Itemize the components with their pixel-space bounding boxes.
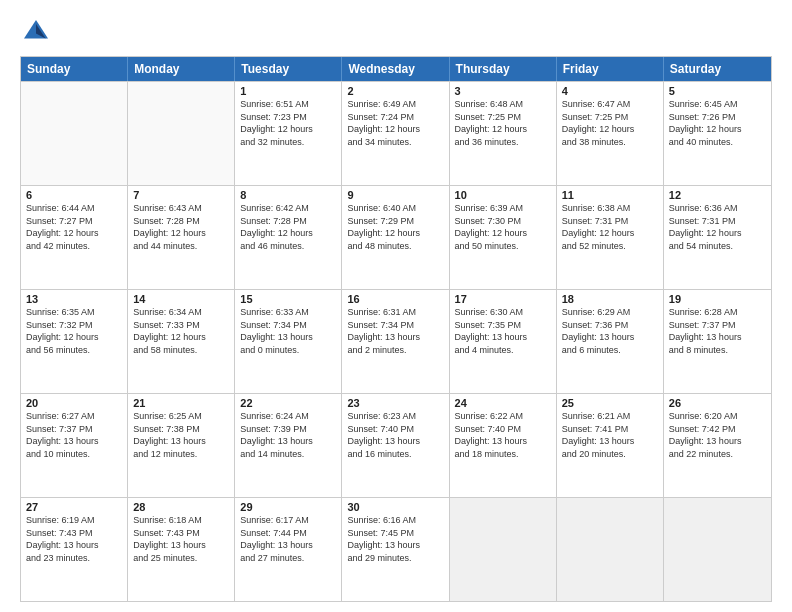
logo	[20, 16, 56, 48]
cell-info: Sunrise: 6:38 AM Sunset: 7:31 PM Dayligh…	[562, 202, 658, 252]
cal-cell: 23Sunrise: 6:23 AM Sunset: 7:40 PM Dayli…	[342, 394, 449, 497]
cal-cell	[21, 82, 128, 185]
cell-info: Sunrise: 6:22 AM Sunset: 7:40 PM Dayligh…	[455, 410, 551, 460]
calendar-header-row: SundayMondayTuesdayWednesdayThursdayFrid…	[21, 57, 771, 81]
cell-info: Sunrise: 6:18 AM Sunset: 7:43 PM Dayligh…	[133, 514, 229, 564]
cal-header-saturday: Saturday	[664, 57, 771, 81]
cal-cell: 26Sunrise: 6:20 AM Sunset: 7:42 PM Dayli…	[664, 394, 771, 497]
cell-info: Sunrise: 6:40 AM Sunset: 7:29 PM Dayligh…	[347, 202, 443, 252]
cell-info: Sunrise: 6:16 AM Sunset: 7:45 PM Dayligh…	[347, 514, 443, 564]
day-number: 29	[240, 501, 336, 513]
day-number: 11	[562, 189, 658, 201]
day-number: 8	[240, 189, 336, 201]
cal-week-0: 1Sunrise: 6:51 AM Sunset: 7:23 PM Daylig…	[21, 81, 771, 185]
cal-cell: 15Sunrise: 6:33 AM Sunset: 7:34 PM Dayli…	[235, 290, 342, 393]
cell-info: Sunrise: 6:43 AM Sunset: 7:28 PM Dayligh…	[133, 202, 229, 252]
day-number: 15	[240, 293, 336, 305]
day-number: 7	[133, 189, 229, 201]
day-number: 30	[347, 501, 443, 513]
cal-header-monday: Monday	[128, 57, 235, 81]
calendar-body: 1Sunrise: 6:51 AM Sunset: 7:23 PM Daylig…	[21, 81, 771, 601]
cell-info: Sunrise: 6:20 AM Sunset: 7:42 PM Dayligh…	[669, 410, 766, 460]
cell-info: Sunrise: 6:35 AM Sunset: 7:32 PM Dayligh…	[26, 306, 122, 356]
cal-cell: 28Sunrise: 6:18 AM Sunset: 7:43 PM Dayli…	[128, 498, 235, 601]
day-number: 22	[240, 397, 336, 409]
cell-info: Sunrise: 6:21 AM Sunset: 7:41 PM Dayligh…	[562, 410, 658, 460]
cell-info: Sunrise: 6:47 AM Sunset: 7:25 PM Dayligh…	[562, 98, 658, 148]
cal-week-4: 27Sunrise: 6:19 AM Sunset: 7:43 PM Dayli…	[21, 497, 771, 601]
cal-cell	[128, 82, 235, 185]
cell-info: Sunrise: 6:33 AM Sunset: 7:34 PM Dayligh…	[240, 306, 336, 356]
cal-cell: 18Sunrise: 6:29 AM Sunset: 7:36 PM Dayli…	[557, 290, 664, 393]
cal-cell: 16Sunrise: 6:31 AM Sunset: 7:34 PM Dayli…	[342, 290, 449, 393]
day-number: 3	[455, 85, 551, 97]
day-number: 28	[133, 501, 229, 513]
day-number: 6	[26, 189, 122, 201]
cal-cell: 11Sunrise: 6:38 AM Sunset: 7:31 PM Dayli…	[557, 186, 664, 289]
cell-info: Sunrise: 6:48 AM Sunset: 7:25 PM Dayligh…	[455, 98, 551, 148]
cal-cell: 20Sunrise: 6:27 AM Sunset: 7:37 PM Dayli…	[21, 394, 128, 497]
day-number: 24	[455, 397, 551, 409]
cal-cell: 25Sunrise: 6:21 AM Sunset: 7:41 PM Dayli…	[557, 394, 664, 497]
cell-info: Sunrise: 6:39 AM Sunset: 7:30 PM Dayligh…	[455, 202, 551, 252]
cal-cell: 22Sunrise: 6:24 AM Sunset: 7:39 PM Dayli…	[235, 394, 342, 497]
cal-cell: 29Sunrise: 6:17 AM Sunset: 7:44 PM Dayli…	[235, 498, 342, 601]
cal-cell	[664, 498, 771, 601]
cell-info: Sunrise: 6:51 AM Sunset: 7:23 PM Dayligh…	[240, 98, 336, 148]
day-number: 13	[26, 293, 122, 305]
day-number: 9	[347, 189, 443, 201]
cell-info: Sunrise: 6:17 AM Sunset: 7:44 PM Dayligh…	[240, 514, 336, 564]
cal-cell: 13Sunrise: 6:35 AM Sunset: 7:32 PM Dayli…	[21, 290, 128, 393]
day-number: 12	[669, 189, 766, 201]
cal-cell: 2Sunrise: 6:49 AM Sunset: 7:24 PM Daylig…	[342, 82, 449, 185]
cell-info: Sunrise: 6:19 AM Sunset: 7:43 PM Dayligh…	[26, 514, 122, 564]
cell-info: Sunrise: 6:25 AM Sunset: 7:38 PM Dayligh…	[133, 410, 229, 460]
cal-header-wednesday: Wednesday	[342, 57, 449, 81]
calendar: SundayMondayTuesdayWednesdayThursdayFrid…	[20, 56, 772, 602]
cell-info: Sunrise: 6:28 AM Sunset: 7:37 PM Dayligh…	[669, 306, 766, 356]
day-number: 10	[455, 189, 551, 201]
cal-header-tuesday: Tuesday	[235, 57, 342, 81]
cal-cell: 30Sunrise: 6:16 AM Sunset: 7:45 PM Dayli…	[342, 498, 449, 601]
cell-info: Sunrise: 6:45 AM Sunset: 7:26 PM Dayligh…	[669, 98, 766, 148]
cal-header-sunday: Sunday	[21, 57, 128, 81]
cal-cell: 8Sunrise: 6:42 AM Sunset: 7:28 PM Daylig…	[235, 186, 342, 289]
cal-cell: 24Sunrise: 6:22 AM Sunset: 7:40 PM Dayli…	[450, 394, 557, 497]
cell-info: Sunrise: 6:23 AM Sunset: 7:40 PM Dayligh…	[347, 410, 443, 460]
cell-info: Sunrise: 6:30 AM Sunset: 7:35 PM Dayligh…	[455, 306, 551, 356]
cal-cell: 6Sunrise: 6:44 AM Sunset: 7:27 PM Daylig…	[21, 186, 128, 289]
logo-icon	[20, 16, 52, 48]
day-number: 17	[455, 293, 551, 305]
day-number: 4	[562, 85, 658, 97]
day-number: 2	[347, 85, 443, 97]
cal-cell: 4Sunrise: 6:47 AM Sunset: 7:25 PM Daylig…	[557, 82, 664, 185]
day-number: 19	[669, 293, 766, 305]
cal-week-3: 20Sunrise: 6:27 AM Sunset: 7:37 PM Dayli…	[21, 393, 771, 497]
day-number: 16	[347, 293, 443, 305]
cal-cell: 3Sunrise: 6:48 AM Sunset: 7:25 PM Daylig…	[450, 82, 557, 185]
cell-info: Sunrise: 6:36 AM Sunset: 7:31 PM Dayligh…	[669, 202, 766, 252]
cell-info: Sunrise: 6:29 AM Sunset: 7:36 PM Dayligh…	[562, 306, 658, 356]
cell-info: Sunrise: 6:27 AM Sunset: 7:37 PM Dayligh…	[26, 410, 122, 460]
cal-cell: 7Sunrise: 6:43 AM Sunset: 7:28 PM Daylig…	[128, 186, 235, 289]
page: SundayMondayTuesdayWednesdayThursdayFrid…	[0, 0, 792, 612]
cal-week-2: 13Sunrise: 6:35 AM Sunset: 7:32 PM Dayli…	[21, 289, 771, 393]
cell-info: Sunrise: 6:49 AM Sunset: 7:24 PM Dayligh…	[347, 98, 443, 148]
cell-info: Sunrise: 6:42 AM Sunset: 7:28 PM Dayligh…	[240, 202, 336, 252]
cal-cell	[450, 498, 557, 601]
cal-cell: 10Sunrise: 6:39 AM Sunset: 7:30 PM Dayli…	[450, 186, 557, 289]
cal-cell: 17Sunrise: 6:30 AM Sunset: 7:35 PM Dayli…	[450, 290, 557, 393]
day-number: 18	[562, 293, 658, 305]
day-number: 21	[133, 397, 229, 409]
day-number: 5	[669, 85, 766, 97]
cal-cell: 19Sunrise: 6:28 AM Sunset: 7:37 PM Dayli…	[664, 290, 771, 393]
day-number: 26	[669, 397, 766, 409]
cell-info: Sunrise: 6:34 AM Sunset: 7:33 PM Dayligh…	[133, 306, 229, 356]
day-number: 20	[26, 397, 122, 409]
cal-cell: 1Sunrise: 6:51 AM Sunset: 7:23 PM Daylig…	[235, 82, 342, 185]
day-number: 25	[562, 397, 658, 409]
day-number: 27	[26, 501, 122, 513]
cal-cell: 21Sunrise: 6:25 AM Sunset: 7:38 PM Dayli…	[128, 394, 235, 497]
cell-info: Sunrise: 6:44 AM Sunset: 7:27 PM Dayligh…	[26, 202, 122, 252]
day-number: 23	[347, 397, 443, 409]
